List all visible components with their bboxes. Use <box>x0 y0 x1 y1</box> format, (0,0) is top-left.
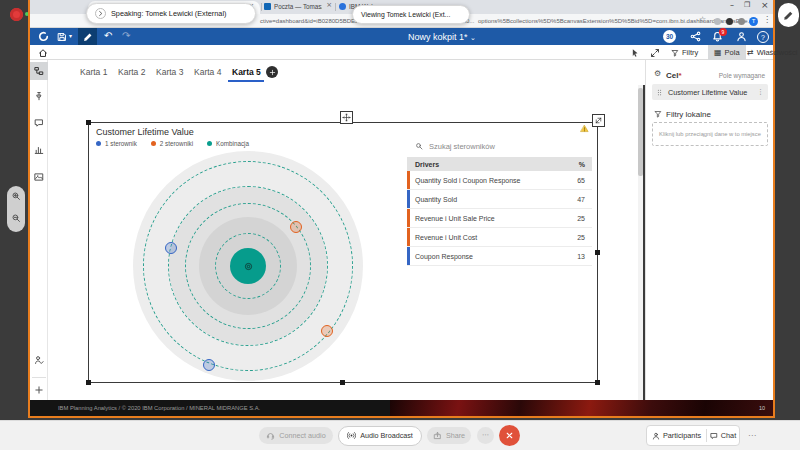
target-field-chip[interactable]: Customer Lifetime Value ⋮ <box>652 84 768 100</box>
driver-type-bar <box>407 209 410 227</box>
save-caret-icon[interactable]: ▾ <box>69 33 72 39</box>
driver-row[interactable]: Revenue i Unit Cost 25 <box>407 228 592 247</box>
media-icon[interactable] <box>34 172 44 182</box>
selection-handle-bl[interactable] <box>86 380 91 385</box>
filters-button[interactable]: Filtry <box>666 45 703 60</box>
add-tab-button[interactable] <box>266 66 278 78</box>
save-icon[interactable] <box>57 32 67 42</box>
bookmark-star-icon[interactable]: ☆ <box>699 16 706 24</box>
pin-icon[interactable] <box>34 91 44 101</box>
tab-karta-1[interactable]: Karta 1 <box>80 67 107 77</box>
tab-close-icon[interactable]: × <box>326 2 332 9</box>
widget-resize-handle[interactable] <box>592 114 605 127</box>
fields-label: Pola <box>725 48 740 57</box>
warning-icon[interactable] <box>580 124 589 133</box>
window-maximize-button[interactable]: ❐ <box>744 2 750 9</box>
browser-tab-poczta[interactable]: Poczta — Tomasz M. Lewicki — × <box>263 0 333 14</box>
add-source-plus-icon[interactable] <box>34 385 44 395</box>
speaking-overlay[interactable]: Speaking: Tomek Lewicki (External) <box>86 3 256 24</box>
tab-separator <box>261 3 262 11</box>
browser-menu-icon[interactable]: ⋮ <box>763 16 771 24</box>
dashboard-title[interactable]: Nowy kokpit 1* ⌄ <box>408 32 476 42</box>
help-icon[interactable]: ? <box>757 31 769 43</box>
driver-row[interactable]: Revenue i Unit Sale Price 25 <box>407 209 592 228</box>
selection-handle-mr[interactable] <box>595 250 600 255</box>
extension-icon[interactable] <box>714 18 721 25</box>
driver-point[interactable] <box>165 242 177 254</box>
select-cursor-icon[interactable] <box>630 48 640 58</box>
expand-icon[interactable] <box>650 48 660 58</box>
tab-karta-2[interactable]: Karta 2 <box>118 67 145 77</box>
zoom-out-icon[interactable] <box>11 213 21 223</box>
widget-move-handle[interactable] <box>340 111 353 124</box>
extension-icon-dark[interactable] <box>726 18 733 25</box>
fields-button[interactable]: ▦ Pola <box>708 45 746 60</box>
driver-name: Quantity Sold <box>415 196 457 203</box>
filters-label: Filtry <box>682 48 698 57</box>
more-panels-icon[interactable]: ⋯ <box>748 432 756 440</box>
zoom-in-icon[interactable] <box>11 191 21 201</box>
canvas-scrollbar[interactable] <box>638 85 643 400</box>
zoom-controls[interactable] <box>7 186 25 232</box>
properties-button[interactable]: ⇄ Właściwości <box>742 45 800 60</box>
scrollbar-thumb[interactable] <box>638 88 643 176</box>
driver-row[interactable]: Coupon Response 13 <box>407 247 592 266</box>
extension-icon-2[interactable] <box>738 18 745 25</box>
driver-point[interactable] <box>203 359 215 371</box>
audio-broadcast-button[interactable]: Audio Broadcast <box>338 426 422 446</box>
selection-handle-br[interactable] <box>595 380 600 385</box>
chip-menu-icon[interactable]: ⋮ <box>757 89 764 96</box>
tab-karta-3[interactable]: Karta 3 <box>156 67 183 77</box>
driver-point[interactable] <box>290 221 302 233</box>
connect-audio-button[interactable]: Connect audio <box>259 427 333 444</box>
window-minimize-button[interactable]: – <box>730 2 734 10</box>
cognos-logo-icon[interactable] <box>38 31 49 42</box>
edit-mode-button[interactable] <box>78 28 97 45</box>
profile-avatar[interactable]: T <box>749 17 758 26</box>
drop-hint-text: Kliknij lub przeciągnij dane w to miejsc… <box>659 131 761 137</box>
annotate-button[interactable] <box>778 3 799 27</box>
driver-point[interactable] <box>321 325 333 337</box>
share-icon[interactable] <box>690 31 701 42</box>
share-button[interactable]: Share <box>427 427 471 444</box>
comment-icon[interactable] <box>34 118 44 128</box>
tab-karta-5[interactable]: Karta 5 <box>232 67 261 77</box>
properties-label: Właściwości <box>757 48 798 57</box>
legend-dot-2drivers <box>151 141 156 146</box>
driver-row[interactable]: Quantity Sold i Coupon Response 65 <box>407 171 592 190</box>
tab-karta-4[interactable]: Karta 4 <box>194 67 221 77</box>
chat-button[interactable]: Chat <box>707 431 739 440</box>
selection-handle-bc[interactable] <box>340 380 345 385</box>
chat-bubble-icon <box>710 432 718 440</box>
sources-button[interactable] <box>30 62 48 80</box>
speaking-text: Speaking: Tomek Lewicki (External) <box>111 9 226 18</box>
ellipsis-icon: ⋯ <box>482 432 489 439</box>
legend-label: 1 sterownik <box>105 140 137 147</box>
chevron-circle[interactable] <box>95 8 106 19</box>
plot-target-circle[interactable] <box>230 248 266 284</box>
visualizations-chart-icon[interactable] <box>34 145 44 155</box>
driver-type-bar <box>407 228 410 246</box>
window-close-button[interactable]: × <box>761 1 769 10</box>
pen-icon <box>783 10 794 21</box>
driver-type-bar <box>407 171 410 189</box>
grip-dots-icon[interactable] <box>656 89 663 96</box>
filter-drop-zone[interactable]: Kliknij lub przeciągnij dane w to miejsc… <box>652 122 768 146</box>
ibm-footer-strip: IBM Planning Analytics / © 2020 IBM Corp… <box>30 400 773 416</box>
leave-meeting-button[interactable] <box>499 425 520 446</box>
participants-button[interactable]: Participants <box>647 431 706 440</box>
driver-search-placeholder: Szukaj sterowników <box>429 142 495 151</box>
home-icon[interactable] <box>38 48 48 58</box>
driver-row[interactable]: Quantity Sold 47 <box>407 190 592 209</box>
undo-icon[interactable]: ↶ <box>104 31 112 41</box>
avatar-badge[interactable]: 30 <box>663 30 676 43</box>
filter-funnel-icon <box>671 49 679 57</box>
person-check-icon[interactable] <box>34 355 44 365</box>
webex-control-bar: Connect audio Audio Broadcast Share ⋯ Pa… <box>0 420 800 450</box>
user-icon[interactable] <box>736 31 747 42</box>
webex-right-strip <box>775 0 800 420</box>
selection-handle-tl[interactable] <box>86 120 91 125</box>
driver-search[interactable]: Szukaj sterowników <box>407 138 592 154</box>
more-options-button[interactable]: ⋯ <box>477 427 494 444</box>
redo-icon[interactable]: ↷ <box>122 31 130 41</box>
